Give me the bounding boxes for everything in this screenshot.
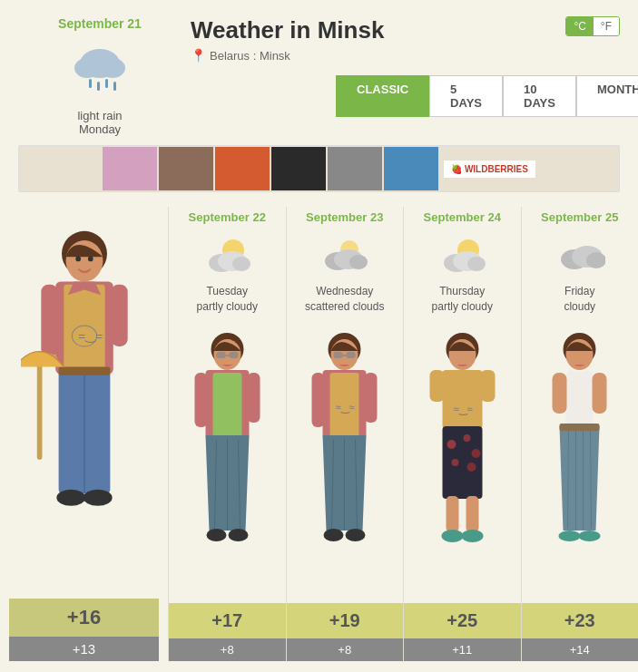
svg-rect-94: [553, 373, 567, 414]
forecast-columns: September 22 Tuesday partly cloudy: [168, 207, 638, 661]
weather-desc-3: Friday cloudy: [560, 284, 599, 315]
temp-unit-toggle[interactable]: °C °F: [565, 16, 620, 36]
current-date: September 21: [18, 16, 182, 31]
svg-point-10: [87, 256, 93, 261]
weather-icon-3: [555, 234, 605, 279]
svg-rect-35: [194, 373, 207, 427]
svg-rect-20: [58, 366, 110, 375]
svg-point-45: [349, 255, 368, 269]
app-container: September 21 light rain Monday Weather i…: [0, 0, 638, 661]
weather-icon-2: [437, 234, 487, 279]
svg-point-96: [559, 531, 581, 541]
svg-rect-93: [560, 424, 600, 431]
forecast-date-1: September 23: [306, 207, 383, 224]
svg-point-2: [100, 58, 125, 78]
svg-point-79: [441, 530, 463, 542]
svg-point-60: [346, 529, 366, 541]
forecast-temp-high-0: +17: [169, 603, 286, 638]
svg-point-64: [467, 257, 486, 271]
location-pin-icon: 📍: [191, 48, 206, 63]
ad-img-5: [328, 147, 382, 190]
forecast-col-3: September 25 Friday cloudy: [521, 207, 639, 661]
left-panel: September 21 light rain Monday: [18, 16, 182, 136]
figure-1: ≈‿≈: [297, 322, 392, 603]
svg-point-76: [466, 463, 476, 472]
svg-rect-5: [105, 79, 108, 88]
svg-text:≈‿≈: ≈‿≈: [453, 404, 472, 415]
svg-rect-86: [566, 372, 594, 426]
svg-point-59: [324, 529, 344, 541]
current-temp-low: +13: [9, 637, 159, 661]
svg-point-83: [586, 252, 605, 268]
svg-point-80: [461, 530, 483, 542]
forecast-temp-low-2: +11: [404, 638, 521, 661]
forecast-date-0: September 22: [189, 207, 266, 224]
svg-text:≈‿≈: ≈‿≈: [336, 402, 355, 414]
svg-rect-67: [442, 370, 482, 429]
svg-rect-69: [429, 370, 444, 402]
ad-img-3: [215, 147, 270, 190]
current-weather-desc: light rain Monday: [18, 109, 182, 136]
svg-rect-36: [247, 373, 260, 423]
forecast-temp-high-1: +19: [287, 603, 404, 638]
header: September 21 light rain Monday Weather i…: [0, 0, 638, 145]
tab-classic[interactable]: CLASSIC: [336, 75, 429, 117]
svg-point-97: [579, 531, 601, 541]
forecast-col-0: September 22 Tuesday partly cloudy: [168, 207, 286, 661]
ad-banner[interactable]: 🍓 WILDBERRIES: [18, 145, 620, 192]
weather-icon-0: [201, 234, 252, 279]
figure-3: [532, 322, 627, 603]
location-row: 📍 Belarus : Minsk: [191, 48, 638, 63]
weather-desc-0: Tuesday partly cloudy: [193, 284, 261, 315]
svg-point-73: [463, 434, 470, 442]
weather-icon-1: [319, 234, 370, 279]
forecast-temp-low-0: +8: [169, 638, 286, 661]
current-temp-high: +16: [9, 599, 159, 637]
tabs-row: CLASSIC 5 DAYS 10 DAYS MONTH: [191, 75, 638, 117]
tab-5days[interactable]: 5 DAYS: [429, 75, 503, 117]
svg-point-74: [471, 449, 480, 458]
forecast-date-2: September 24: [424, 207, 501, 224]
svg-rect-49: [347, 352, 356, 358]
svg-rect-15: [41, 284, 57, 355]
svg-rect-78: [466, 496, 478, 532]
ad-images: 🍓 WILDBERRIES: [103, 147, 535, 190]
svg-point-75: [451, 459, 458, 466]
tab-10days[interactable]: 10 DAYS: [503, 75, 576, 117]
current-figure: =‿=: [21, 218, 148, 599]
svg-rect-88: [586, 370, 591, 377]
forecast-col-2: September 24 Thursday partly cloudy: [403, 207, 521, 661]
svg-point-72: [447, 440, 456, 449]
figure-0: [180, 322, 275, 603]
svg-rect-95: [593, 373, 607, 414]
svg-rect-6: [113, 82, 116, 91]
fahrenheit-button[interactable]: °F: [594, 17, 619, 35]
figure-2: ≈‿≈: [415, 322, 510, 603]
svg-rect-34: [212, 373, 241, 436]
svg-point-9: [75, 256, 81, 261]
svg-point-41: [228, 529, 248, 541]
svg-rect-30: [216, 352, 225, 358]
svg-rect-70: [480, 370, 495, 402]
ad-img-6: [384, 147, 438, 190]
svg-point-1: [74, 58, 100, 78]
weather-grid: =‿=: [0, 207, 638, 661]
ad-img-2: [159, 147, 213, 190]
svg-point-40: [206, 529, 226, 541]
svg-rect-77: [446, 496, 458, 532]
svg-rect-71: [442, 426, 482, 499]
weather-desc-2: Thursday partly cloudy: [428, 284, 496, 315]
svg-rect-54: [312, 373, 325, 427]
tab-month[interactable]: MONTH: [576, 75, 638, 117]
svg-point-27: [232, 257, 250, 271]
forecast-date-3: September 25: [541, 207, 618, 224]
rain-cloud-icon: [64, 36, 136, 100]
ad-img-1: [103, 147, 157, 190]
forecast-temp-high-2: +25: [404, 603, 521, 638]
celsius-button[interactable]: °C: [566, 17, 593, 35]
ad-brand: 🍓 WILDBERRIES: [444, 161, 535, 178]
svg-rect-87: [569, 370, 574, 377]
forecast-temp-high-3: +23: [522, 603, 639, 638]
forecast-col-1: September 23 Wednesday scattered clouds: [286, 207, 404, 661]
svg-rect-16: [111, 284, 127, 346]
